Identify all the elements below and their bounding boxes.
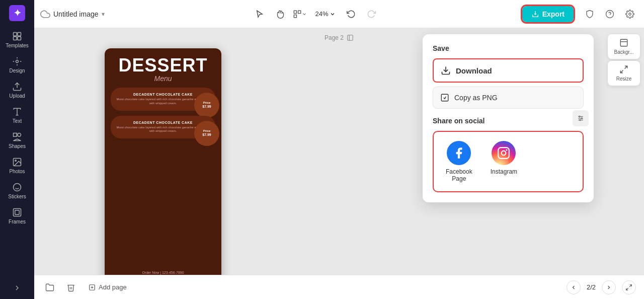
zoom-value: 24% xyxy=(315,10,329,18)
svg-line-43 xyxy=(629,284,631,286)
svg-point-21 xyxy=(606,10,614,18)
menu-card-1: Price $7.99 DECADENT CHOCOLATE CAKE Mois… xyxy=(111,88,215,111)
download-settings-btn[interactable] xyxy=(573,110,589,126)
instagram-label: Instagram xyxy=(491,168,517,175)
app-logo[interactable]: ✦ xyxy=(8,4,26,22)
svg-rect-37 xyxy=(620,39,627,46)
svg-rect-34 xyxy=(499,147,510,159)
cake-name-1: DECADENT CHOCOLATE CAKE xyxy=(116,93,210,96)
price-badge-1: Price $7.99 xyxy=(194,93,219,118)
download-label: Download xyxy=(456,66,492,75)
topbar: Untitled image ▾ xyxy=(34,0,644,28)
help-btn[interactable] xyxy=(602,6,618,22)
select-tool-btn[interactable] xyxy=(251,6,268,23)
hand-tool-btn[interactable] xyxy=(271,6,288,23)
facebook-icon xyxy=(447,141,471,165)
undo-btn[interactable] xyxy=(343,6,360,23)
expand-btn[interactable] xyxy=(622,280,636,294)
svg-line-44 xyxy=(626,288,628,290)
svg-rect-24 xyxy=(348,35,353,41)
resize-btn[interactable]: Resize xyxy=(608,61,640,86)
settings-btn[interactable] xyxy=(622,6,638,22)
sidebar-photos-label: Photos xyxy=(9,169,25,174)
zoom-control[interactable]: 24% xyxy=(311,8,340,20)
svg-rect-18 xyxy=(294,11,296,13)
title-chevron-icon[interactable]: ▾ xyxy=(102,11,105,18)
svg-line-39 xyxy=(620,70,623,73)
shield-btn[interactable] xyxy=(582,6,598,22)
svg-rect-2 xyxy=(14,33,17,36)
export-label: Export xyxy=(542,10,565,18)
svg-point-13 xyxy=(14,184,21,191)
download-icon xyxy=(441,65,451,76)
sidebar-upload-label: Upload xyxy=(9,93,25,99)
background-btn[interactable]: Backgr... xyxy=(608,34,640,59)
instagram-icon xyxy=(492,141,516,165)
svg-point-35 xyxy=(502,151,506,156)
add-page-label: Add page xyxy=(99,283,127,291)
page-label: Page 2 xyxy=(325,34,354,41)
topbar-tools: 24% xyxy=(251,6,380,23)
sidebar-item-text[interactable]: Text xyxy=(3,104,31,127)
sidebar-text-label: Text xyxy=(13,118,22,124)
sidebar-item-shapes[interactable]: Shapes xyxy=(3,129,31,152)
export-button[interactable]: Export xyxy=(522,6,574,22)
sidebar-frames-label: Frames xyxy=(9,219,26,225)
next-page-btn[interactable] xyxy=(602,280,616,294)
instagram-share-btn[interactable]: Instagram xyxy=(485,138,523,185)
svg-rect-8 xyxy=(14,133,17,137)
export-panel: Save Download xyxy=(423,34,594,202)
delete-btn[interactable] xyxy=(63,280,78,295)
svg-line-38 xyxy=(625,66,627,68)
svg-text:✦: ✦ xyxy=(14,8,21,18)
dessert-subtitle: Menu xyxy=(154,74,172,83)
right-mini-panel: Backgr... Resize xyxy=(608,34,640,86)
svg-marker-10 xyxy=(14,139,21,140)
copy-png-label: Copy as PNG xyxy=(454,94,498,102)
topbar-right-icons xyxy=(582,6,638,22)
sidebar-item-photos[interactable]: Photos xyxy=(3,154,31,177)
page-indicator: 2/2 xyxy=(587,283,596,291)
svg-rect-33 xyxy=(441,94,448,101)
sidebar-stickers-label: Stickers xyxy=(8,194,26,199)
sidebar-item-upload[interactable]: Upload xyxy=(3,79,31,102)
copy-png-icon xyxy=(440,93,449,102)
svg-point-12 xyxy=(15,160,16,162)
svg-rect-5 xyxy=(18,37,21,40)
sidebar-item-templates[interactable]: Templates xyxy=(3,28,31,51)
copy-png-button[interactable]: Copy as PNG xyxy=(433,87,584,109)
save-to-folder-btn[interactable] xyxy=(42,280,57,295)
sidebar-item-frames[interactable]: Frames xyxy=(3,204,31,228)
cake-name-2: DECADENT CHOCOLATE CAKE xyxy=(116,121,210,124)
sidebar-item-design[interactable]: Design xyxy=(3,53,31,77)
canvas-preview[interactable]: DESSERT Menu Price $7.99 DECADENT CHOCOL… xyxy=(105,48,221,275)
topbar-logo-area: Untitled image ▾ xyxy=(40,9,105,19)
social-grid: Facebook Page Instagram xyxy=(433,131,584,192)
background-label: Backgr... xyxy=(614,49,634,55)
svg-point-30 xyxy=(579,116,580,117)
sidebar-collapse-btn[interactable] xyxy=(3,281,31,295)
resize-label: Resize xyxy=(616,76,632,82)
facebook-label: Facebook Page xyxy=(446,168,472,182)
svg-rect-20 xyxy=(294,15,296,17)
prev-page-btn[interactable] xyxy=(567,280,581,294)
cloud-icon xyxy=(40,9,50,19)
add-page-btn[interactable]: Add page xyxy=(85,280,131,294)
order-footer: Order Now | 123-456-7890 xyxy=(142,271,184,274)
facebook-share-btn[interactable]: Facebook Page xyxy=(440,138,478,185)
save-section-title: Save xyxy=(433,44,584,52)
redo-btn[interactable] xyxy=(363,6,380,23)
svg-rect-4 xyxy=(14,37,17,40)
svg-point-9 xyxy=(18,133,21,137)
page-navigation: 2/2 xyxy=(567,280,616,294)
svg-rect-16 xyxy=(14,209,21,216)
download-button[interactable]: Download xyxy=(433,58,584,83)
sidebar-item-stickers[interactable]: Stickers xyxy=(3,179,31,202)
menu-card-2: Price $7.99 DECADENT CHOCOLATE CAKE Mois… xyxy=(111,116,215,139)
view-options-btn[interactable] xyxy=(291,6,308,23)
sidebar-shapes-label: Shapes xyxy=(9,143,26,149)
svg-point-32 xyxy=(580,119,581,120)
document-title[interactable]: Untitled image xyxy=(53,10,99,18)
share-section-title: Share on social xyxy=(433,117,584,125)
dessert-title: DESSERT xyxy=(118,56,207,74)
